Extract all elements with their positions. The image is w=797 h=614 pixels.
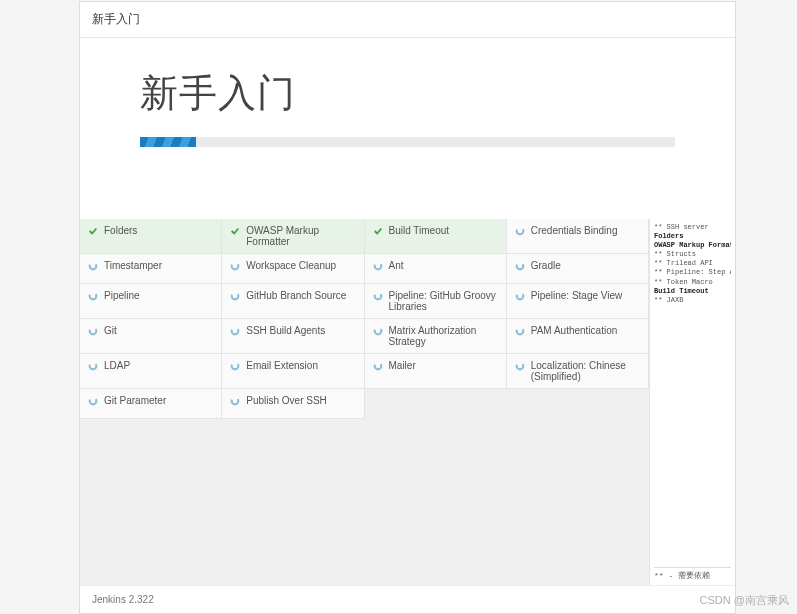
check-icon — [230, 226, 240, 236]
svg-point-4 — [516, 263, 523, 270]
plugin-cell: GitHub Branch Source — [222, 284, 364, 319]
plugin-cell: OWASP Markup Formatter — [222, 219, 364, 254]
plugin-cell: Workspace Cleanup — [222, 254, 364, 284]
svg-point-11 — [374, 328, 381, 335]
log-line: ** Structs — [654, 250, 731, 259]
plugin-cell: PAM Authentication — [507, 319, 649, 354]
plugin-cell: Matrix Authorization Strategy — [365, 319, 507, 354]
plugin-name: Localization: Chinese (Simplified) — [531, 360, 642, 382]
check-icon — [88, 226, 98, 236]
plugin-cell: Email Extension — [222, 354, 364, 389]
plugin-name: Git — [104, 325, 117, 336]
plugin-name: Timestamper — [104, 260, 162, 271]
plugin-name: OWASP Markup Formatter — [246, 225, 357, 247]
spinner-icon — [373, 291, 383, 301]
svg-point-7 — [374, 293, 381, 300]
svg-point-13 — [90, 363, 97, 370]
log-line: ** Token Macro — [654, 278, 731, 287]
svg-point-16 — [516, 363, 523, 370]
spinner-icon — [515, 326, 525, 336]
log-line: OWASP Markup Formatter — [654, 241, 731, 250]
plugin-name: SSH Build Agents — [246, 325, 325, 336]
svg-point-17 — [90, 398, 97, 405]
log-lines: ** SSH serverFoldersOWASP Markup Formatt… — [654, 223, 731, 563]
svg-point-6 — [232, 293, 239, 300]
footer: Jenkins 2.322 — [80, 585, 735, 613]
plugin-name: PAM Authentication — [531, 325, 618, 336]
plugin-cell: Timestamper — [80, 254, 222, 284]
plugin-cell: Build Timeout — [365, 219, 507, 254]
svg-point-3 — [374, 263, 381, 270]
topbar-title: 新手入门 — [92, 11, 140, 28]
log-footer: ** - 需要依赖 — [654, 567, 731, 581]
installer-window: 新手入门 新手入门 FoldersOWASP Markup FormatterB… — [79, 1, 736, 614]
spinner-icon — [515, 361, 525, 371]
progress-fill — [140, 137, 196, 147]
spinner-icon — [88, 261, 98, 271]
spinner-icon — [230, 396, 240, 406]
spinner-icon — [88, 361, 98, 371]
svg-point-0 — [516, 228, 523, 235]
spinner-icon — [88, 396, 98, 406]
log-line: Build Timeout — [654, 287, 731, 296]
plugin-cell: Pipeline — [80, 284, 222, 319]
plugin-name: Build Timeout — [389, 225, 450, 236]
spinner-icon — [515, 226, 525, 236]
plugin-cell: Pipeline: Stage View — [507, 284, 649, 319]
plugin-name: Git Parameter — [104, 395, 166, 406]
spinner-icon — [230, 261, 240, 271]
log-line: ** SSH server — [654, 223, 731, 232]
plugin-name: Credentials Binding — [531, 225, 618, 236]
plugin-name: Matrix Authorization Strategy — [389, 325, 500, 347]
plugin-cell: Pipeline: GitHub Groovy Libraries — [365, 284, 507, 319]
spacer — [80, 159, 735, 219]
plugin-name: Ant — [389, 260, 404, 271]
plugin-name: Folders — [104, 225, 137, 236]
spinner-icon — [373, 361, 383, 371]
plugin-cell: Localization: Chinese (Simplified) — [507, 354, 649, 389]
plugin-name: GitHub Branch Source — [246, 290, 346, 301]
plugin-name: Publish Over SSH — [246, 395, 327, 406]
svg-point-8 — [516, 293, 523, 300]
log-line: ** JAXB — [654, 296, 731, 305]
check-icon — [373, 226, 383, 236]
svg-point-10 — [232, 328, 239, 335]
spinner-icon — [230, 291, 240, 301]
plugin-cell: Git Parameter — [80, 389, 222, 419]
svg-point-14 — [232, 363, 239, 370]
header-area: 新手入门 — [80, 38, 735, 159]
plugin-cell: Git — [80, 319, 222, 354]
plugin-cell: Folders — [80, 219, 222, 254]
plugin-name: Pipeline: Stage View — [531, 290, 623, 301]
plugin-cell: Mailer — [365, 354, 507, 389]
watermark: CSDN @南宫乘风 — [700, 593, 789, 608]
page-title: 新手入门 — [140, 68, 675, 119]
plugin-name: Mailer — [389, 360, 416, 371]
spinner-icon — [230, 361, 240, 371]
progress-bar — [140, 137, 675, 147]
svg-point-15 — [374, 363, 381, 370]
content-row: FoldersOWASP Markup FormatterBuild Timeo… — [80, 219, 735, 585]
svg-point-2 — [232, 263, 239, 270]
plugin-name: Pipeline — [104, 290, 140, 301]
plugin-grid: FoldersOWASP Markup FormatterBuild Timeo… — [80, 219, 649, 585]
plugin-name: Pipeline: GitHub Groovy Libraries — [389, 290, 500, 312]
plugin-name: LDAP — [104, 360, 130, 371]
plugin-name: Workspace Cleanup — [246, 260, 336, 271]
spinner-icon — [88, 291, 98, 301]
svg-point-1 — [90, 263, 97, 270]
spinner-icon — [230, 326, 240, 336]
plugin-name: Gradle — [531, 260, 561, 271]
plugin-cell: Ant — [365, 254, 507, 284]
spinner-icon — [515, 261, 525, 271]
log-line: ** Trilead API — [654, 259, 731, 268]
svg-point-12 — [516, 328, 523, 335]
log-line: ** Pipeline: Step API — [654, 268, 731, 277]
svg-point-18 — [232, 398, 239, 405]
svg-point-9 — [90, 328, 97, 335]
spinner-icon — [373, 326, 383, 336]
spinner-icon — [515, 291, 525, 301]
spinner-icon — [88, 326, 98, 336]
log-line: Folders — [654, 232, 731, 241]
svg-point-5 — [90, 293, 97, 300]
